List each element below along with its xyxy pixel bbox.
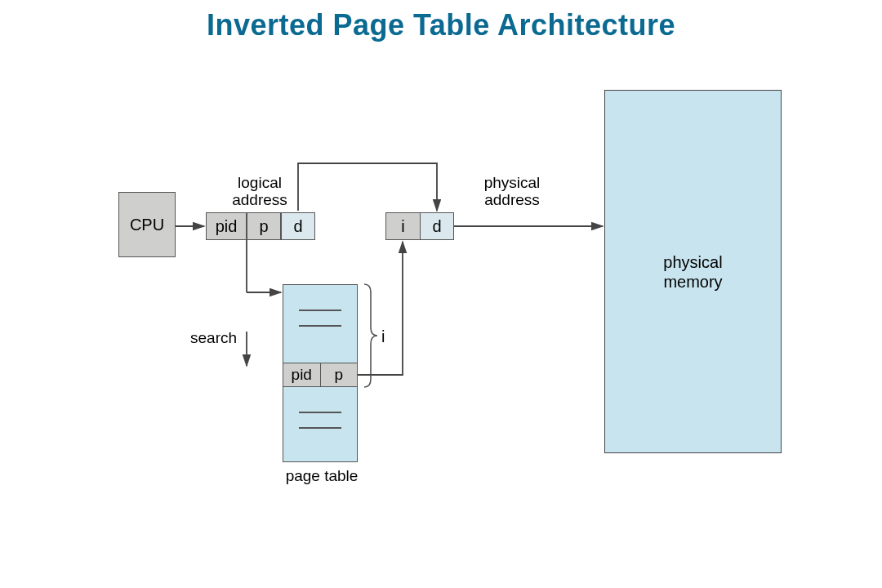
- pt-dash: [299, 310, 341, 311]
- diagram: CPU logicaladdress pid p d physicaladdre…: [98, 82, 792, 510]
- physical-memory-box: physicalmemory: [604, 90, 782, 453]
- page-table-label: page table: [281, 467, 363, 485]
- physical-address-label: physicaladdress: [463, 174, 561, 208]
- pa-d-cell: d: [420, 212, 454, 240]
- la-p-cell: p: [247, 212, 281, 240]
- pa-i-cell: i: [385, 212, 420, 240]
- pt-dash: [299, 325, 341, 327]
- brace-label: i: [381, 327, 385, 346]
- la-pid-cell: pid: [206, 212, 247, 240]
- search-label: search: [190, 329, 237, 347]
- la-d-cell: d: [281, 212, 315, 240]
- cpu-box: CPU: [118, 192, 176, 257]
- pt-p-cell: p: [320, 363, 359, 387]
- pt-dash: [299, 412, 341, 413]
- slide-title: Inverted Page Table Architecture: [0, 8, 882, 42]
- slide: Inverted Page Table Architecture CPU log…: [0, 0, 882, 588]
- logical-address-label: logicaladdress: [211, 174, 309, 208]
- pt-dash: [299, 427, 341, 429]
- brace-icon: [363, 284, 379, 387]
- page-table-row: pid p: [283, 363, 358, 387]
- pt-pid-cell: pid: [283, 363, 320, 387]
